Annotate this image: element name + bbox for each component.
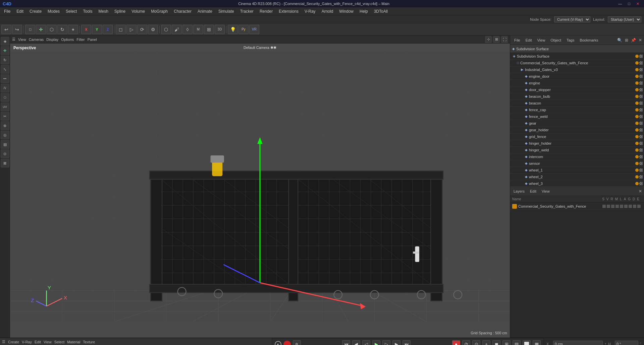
obj-dot2-engine[interactable]: [639, 81, 643, 85]
mat-select-menu[interactable]: Select: [54, 340, 65, 344]
obj-dot1-grid_fence[interactable]: [635, 135, 639, 138]
rph-bookmarks-tab[interactable]: Bookmarks: [578, 38, 600, 42]
rph-close-icon[interactable]: ✕: [639, 38, 642, 43]
layers-edit-tab[interactable]: Edit: [529, 189, 538, 193]
obj-dot2-industrial[interactable]: [639, 68, 643, 71]
obj-dot2-intercom[interactable]: [639, 155, 643, 158]
edges-button[interactable]: /\/: [1, 84, 9, 92]
obj-dot1-wheel_2[interactable]: [635, 175, 639, 179]
obj-dot2-wheel_3[interactable]: [639, 182, 643, 185]
menu-volume[interactable]: Volume: [129, 8, 148, 14]
poly-button[interactable]: ⬡: [1, 93, 9, 102]
rph-pin-icon[interactable]: 📌: [631, 38, 636, 43]
obj-dot2-wheel_1[interactable]: [639, 168, 643, 172]
sculpt-button[interactable]: ◊: [182, 25, 193, 34]
obj-dot2-commercial[interactable]: [639, 61, 643, 65]
menu-3dtoall[interactable]: 3DToAll: [371, 8, 390, 14]
h-input[interactable]: [615, 341, 638, 345]
obj-dot1-beacon[interactable]: [635, 101, 639, 105]
menu-create[interactable]: Create: [27, 8, 44, 14]
redo-button[interactable]: ↪: [12, 25, 22, 34]
scale-tool-button[interactable]: ⬡: [47, 25, 57, 34]
menu-tracker[interactable]: Tracker: [237, 8, 256, 14]
mat-texture-menu[interactable]: Texture: [83, 340, 95, 344]
jump-end-btn[interactable]: ⏭: [402, 340, 411, 345]
obj-intercom[interactable]: ◆intercom: [510, 153, 644, 160]
menu-simulate[interactable]: Simulate: [216, 8, 237, 14]
minimize-button[interactable]: —: [616, 2, 624, 6]
menu-help[interactable]: Help: [357, 8, 371, 14]
obj-door_stopper[interactable]: ◆door_stopper: [510, 86, 644, 93]
obj-dot2-hinger_weld[interactable]: [639, 148, 643, 152]
obj-dot1-fence_weld[interactable]: [635, 115, 639, 118]
obj-dot2-sensor[interactable]: [639, 162, 643, 165]
close-button[interactable]: ✕: [634, 2, 641, 6]
obj-dot1-hinger_weld[interactable]: [635, 148, 639, 152]
camera3d-button[interactable]: 3D: [215, 25, 225, 34]
obj-dot2-subdiv[interactable]: [639, 55, 643, 58]
obj-beacon[interactable]: ◆beacon: [510, 100, 644, 107]
workplane-button[interactable]: ⊠: [1, 159, 9, 167]
rph-edit-tab[interactable]: Edit: [524, 38, 534, 42]
playback-settings-btn[interactable]: ⚙: [293, 340, 301, 345]
layers-close-icon[interactable]: ✕: [639, 189, 642, 194]
obj-dot2-gear_holder[interactable]: [639, 128, 643, 132]
obj-dot2-fence_cap[interactable]: [639, 108, 643, 112]
light-button[interactable]: 💡: [228, 25, 238, 34]
layers-view-tab[interactable]: View: [540, 189, 551, 193]
obj-fence_weld[interactable]: ◆fence_weld: [510, 113, 644, 120]
obj-dot1-door_stopper[interactable]: [635, 88, 639, 91]
obj-dot2-door_stopper[interactable]: [639, 88, 643, 91]
extra-btn-5[interactable]: ◼: [492, 340, 500, 345]
mat-material-menu[interactable]: Material: [67, 340, 80, 344]
layer-s-flag[interactable]: [602, 205, 606, 208]
layer-d-flag[interactable]: [633, 205, 636, 208]
obj-dot1-subdiv[interactable]: [635, 55, 639, 58]
snap-button[interactable]: ⊙: [1, 149, 9, 158]
obj-dot1-hinger_holder[interactable]: [635, 142, 639, 145]
rph-view-tab[interactable]: View: [535, 38, 547, 42]
layer-a-flag[interactable]: [624, 205, 628, 208]
layer-v-flag[interactable]: [607, 205, 610, 208]
obj-dot1-sensor[interactable]: [635, 162, 639, 165]
layer-item[interactable]: Commercial_Security_Gates_with_Fence: [510, 203, 644, 210]
rph-search-icon[interactable]: 🔍: [617, 38, 622, 43]
obj-dot1-engine[interactable]: [635, 81, 639, 85]
material-lt-button[interactable]: ◎: [1, 131, 9, 139]
extra-btn-9[interactable]: ▦: [533, 340, 541, 345]
menu-mesh[interactable]: Mesh: [96, 8, 111, 14]
obj-fence_cap[interactable]: ◆fence_cap: [510, 107, 644, 113]
prev-keyframe-btn[interactable]: ◁: [362, 340, 370, 345]
layer-e-flag[interactable]: [637, 205, 641, 208]
extra-btn-7[interactable]: ▤: [513, 340, 521, 345]
move-button[interactable]: ✛: [1, 46, 9, 55]
extra-btn-8[interactable]: ⬜: [523, 340, 531, 345]
extra-btn-6[interactable]: ⊞: [502, 340, 511, 345]
obj-engine_door[interactable]: ◆engine_door: [510, 73, 644, 80]
grid-button[interactable]: ⊞: [204, 25, 214, 34]
extra-btn-3[interactable]: ⊙: [472, 340, 480, 345]
points-button[interactable]: •••: [1, 74, 9, 83]
python-button[interactable]: Py: [238, 25, 249, 34]
ir-button[interactable]: ⟳: [137, 25, 147, 34]
maximize-button[interactable]: □: [626, 2, 632, 6]
obj-dot2-engine_door[interactable]: [639, 75, 643, 78]
node-space-select[interactable]: Current (V-Ray): [554, 16, 590, 22]
menu-edit[interactable]: Edit: [14, 8, 26, 14]
obj-gear_holder[interactable]: ◆gear_holder: [510, 127, 644, 133]
texture-lt-button[interactable]: ▤: [1, 140, 9, 149]
menu-v-ray[interactable]: V-Ray: [302, 8, 318, 14]
obj-dot2-gear[interactable]: [639, 122, 643, 125]
rph-tags-tab[interactable]: Tags: [565, 38, 576, 42]
x-pos-input[interactable]: [553, 341, 603, 345]
menu-tools[interactable]: Tools: [80, 8, 95, 14]
mat-create-menu[interactable]: Create: [8, 340, 19, 344]
rph-object-tab[interactable]: Object: [548, 38, 563, 42]
select-objects-button[interactable]: ◈: [1, 37, 9, 46]
layer-m-flag[interactable]: [615, 205, 619, 208]
jump-start-btn[interactable]: ⏮: [342, 340, 350, 345]
smart-transform-button[interactable]: ◈: [68, 25, 78, 34]
x-axis-button[interactable]: X: [81, 25, 91, 34]
viewport[interactable]: ☰ View Cameras Display Options Filter Pa…: [10, 36, 510, 338]
obj-beacon_bulb[interactable]: ◆beacon_bulb: [510, 93, 644, 100]
